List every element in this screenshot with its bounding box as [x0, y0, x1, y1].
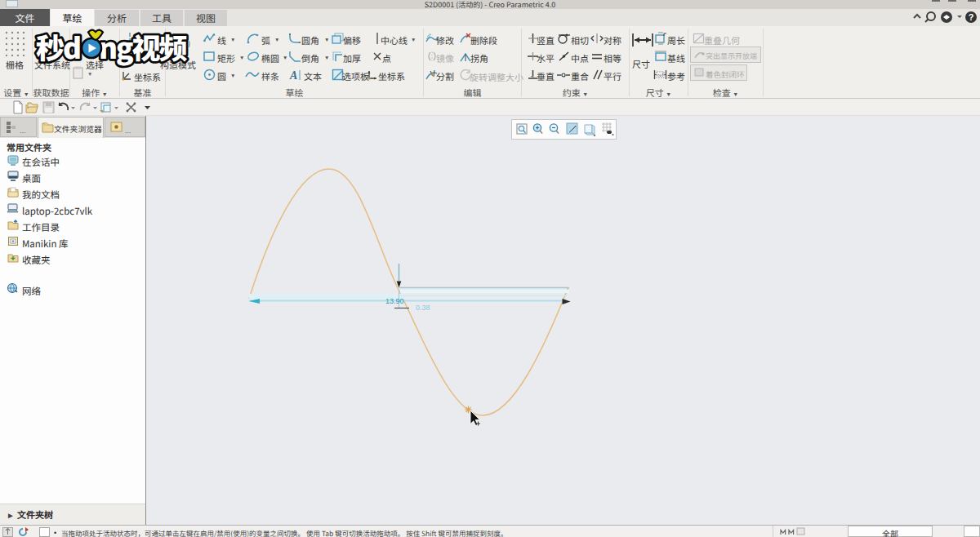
svg-text:13.90: 13.90	[385, 297, 404, 305]
svg-text:ref: ref	[657, 71, 665, 78]
svg-text:0.38: 0.38	[416, 304, 430, 312]
svg-text:A: A	[289, 69, 297, 81]
svg-text:?: ?	[969, 12, 974, 22]
svg-text:秒d: 秒d	[36, 25, 80, 67]
svg-text:ng视频: ng视频	[99, 25, 188, 67]
